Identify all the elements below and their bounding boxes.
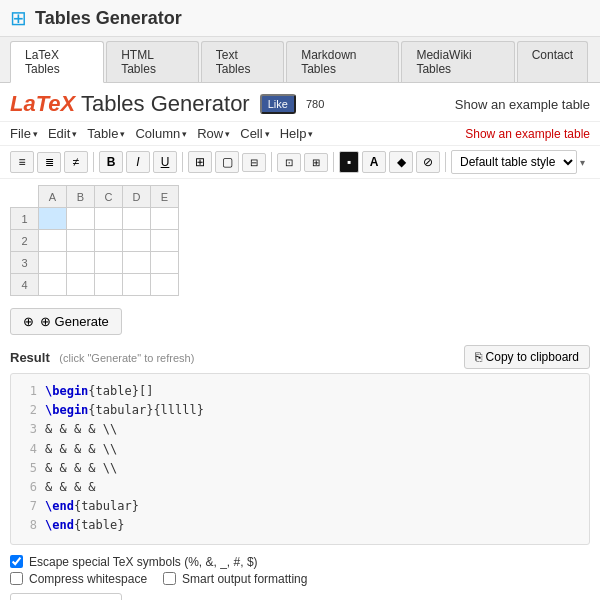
text-color-button[interactable]: A <box>362 151 386 173</box>
row-header-3: 3 <box>11 252 39 274</box>
separator5 <box>445 152 446 172</box>
code-line-3: 3 & & & & \\ <box>21 420 579 439</box>
menu-cell[interactable]: Cell ▾ <box>240 126 269 141</box>
border-inner-button[interactable]: ⊟ <box>242 153 266 172</box>
code-line-5: 5 & & & & \\ <box>21 459 579 478</box>
generate-area: ⊕ ⊕ Generate <box>0 302 600 341</box>
row-header-4: 4 <box>11 274 39 296</box>
format-toolbar: ≡ ≣ ≠ B I U ⊞ ▢ ⊟ ⊡ ⊞ ▪ A ◆ ⊘ Default ta… <box>0 146 600 179</box>
cell-1-e[interactable] <box>151 208 179 230</box>
escape-checkbox[interactable] <box>10 555 23 568</box>
split-button[interactable]: ⊞ <box>304 153 328 172</box>
cell-4-d[interactable] <box>123 274 151 296</box>
cell-1-a[interactable] <box>39 208 67 230</box>
fill-color-button[interactable]: ◆ <box>389 151 413 173</box>
page-title: LaTeX Tables Generator <box>10 91 250 117</box>
code-line-8: 8 \end{table} <box>21 516 579 535</box>
cell-3-e[interactable] <box>151 252 179 274</box>
tab-contact[interactable]: Contact <box>517 41 588 82</box>
align-left-button[interactable]: ≡ <box>10 151 34 173</box>
cell-2-d[interactable] <box>123 230 151 252</box>
smart-option[interactable]: Smart output formatting <box>163 572 307 586</box>
show-example-toolbar[interactable]: Show an example table <box>465 127 590 141</box>
page-title-area: LaTeX Tables Generator Like 780 Show an … <box>0 83 600 122</box>
menu-column[interactable]: Column ▾ <box>135 126 187 141</box>
compress-checkbox[interactable] <box>10 572 23 585</box>
color-button[interactable]: ▪ <box>339 151 359 173</box>
align-center-button[interactable]: ≣ <box>37 152 61 173</box>
cell-3-d[interactable] <box>123 252 151 274</box>
code-line-2: 2 \begin{tabular}{lllll} <box>21 401 579 420</box>
result-area: Result (click "Generate" to refresh) ⎘ C… <box>10 345 590 545</box>
tab-html[interactable]: HTML Tables <box>106 41 199 82</box>
logo-text: Tables Generator <box>35 8 182 29</box>
col-header-d: D <box>123 186 151 208</box>
cell-2-b[interactable] <box>67 230 95 252</box>
border-outer-button[interactable]: ▢ <box>215 151 239 173</box>
code-line-4: 4 & & & & \\ <box>21 440 579 459</box>
smart-checkbox[interactable] <box>163 572 176 585</box>
menu-toolbar: File ▾ Edit ▾ Table ▾ Column ▾ Row ▾ Cel… <box>0 122 600 146</box>
header: ⊞ Tables Generator <box>0 0 600 37</box>
merge-button[interactable]: ⊡ <box>277 153 301 172</box>
underline-button[interactable]: U <box>153 151 177 173</box>
cell-4-b[interactable] <box>67 274 95 296</box>
code-line-1: 1 \begin{table}[] <box>21 382 579 401</box>
chevron-down-icon: ▾ <box>580 157 585 168</box>
code-line-7: 7 \end{tabular} <box>21 497 579 516</box>
generate-icon: ⊕ <box>23 314 34 329</box>
italic-button[interactable]: I <box>126 151 150 173</box>
col-header-e: E <box>151 186 179 208</box>
code-line-6: 6 & & & & <box>21 478 579 497</box>
cell-4-a[interactable] <box>39 274 67 296</box>
cell-2-e[interactable] <box>151 230 179 252</box>
col-header-b: B <box>67 186 95 208</box>
menu-file[interactable]: File ▾ <box>10 126 38 141</box>
table-area: A B C D E 1 2 <box>0 179 600 302</box>
menu-row[interactable]: Row ▾ <box>197 126 230 141</box>
show-example-link[interactable]: Show an example table <box>455 97 590 112</box>
cell-4-e[interactable] <box>151 274 179 296</box>
cell-4-c[interactable] <box>95 274 123 296</box>
result-header: Result (click "Generate" to refresh) ⎘ C… <box>10 345 590 369</box>
table-row: 1 <box>11 208 179 230</box>
cell-2-a[interactable] <box>39 230 67 252</box>
menu-edit[interactable]: Edit ▾ <box>48 126 77 141</box>
generate-button[interactable]: ⊕ ⊕ Generate <box>10 308 122 335</box>
cell-3-b[interactable] <box>67 252 95 274</box>
corner-cell <box>11 186 39 208</box>
separator <box>93 152 94 172</box>
row-header-2: 2 <box>11 230 39 252</box>
options-area: Escape special TeX symbols (%, &, _, #, … <box>0 549 600 601</box>
escape-option[interactable]: Escape special TeX symbols (%, &, _, #, … <box>10 555 590 569</box>
separator4 <box>333 152 334 172</box>
tab-text[interactable]: Text Tables <box>201 41 284 82</box>
clear-button[interactable]: ⊘ <box>416 151 440 173</box>
extra-options-button[interactable]: Extra options... ▾ <box>10 593 122 601</box>
cell-1-b[interactable] <box>67 208 95 230</box>
tab-latex[interactable]: LaTeX Tables <box>10 41 104 83</box>
border-all-button[interactable]: ⊞ <box>188 151 212 173</box>
table-row: 4 <box>11 274 179 296</box>
result-hint: (click "Generate" to refresh) <box>59 352 194 364</box>
like-button[interactable]: Like <box>260 94 296 114</box>
row-header-1: 1 <box>11 208 39 230</box>
cell-1-d[interactable] <box>123 208 151 230</box>
logo-icon: ⊞ <box>10 6 27 30</box>
compress-option[interactable]: Compress whitespace <box>10 572 147 586</box>
menu-help[interactable]: Help ▾ <box>280 126 314 141</box>
menu-table[interactable]: Table ▾ <box>87 126 125 141</box>
bold-button[interactable]: B <box>99 151 123 173</box>
copy-button[interactable]: ⎘ Copy to clipboard <box>464 345 590 369</box>
cell-1-c[interactable] <box>95 208 123 230</box>
table-grid[interactable]: A B C D E 1 2 <box>10 185 179 296</box>
cell-3-c[interactable] <box>95 252 123 274</box>
tab-mediawiki[interactable]: MediaWiki Tables <box>401 41 514 82</box>
align-right-button[interactable]: ≠ <box>64 151 88 173</box>
result-label: Result (click "Generate" to refresh) <box>10 350 194 365</box>
cell-3-a[interactable] <box>39 252 67 274</box>
col-header-c: C <box>95 186 123 208</box>
cell-2-c[interactable] <box>95 230 123 252</box>
tab-markdown[interactable]: Markdown Tables <box>286 41 399 82</box>
table-style-select[interactable]: Default table style <box>451 150 577 174</box>
